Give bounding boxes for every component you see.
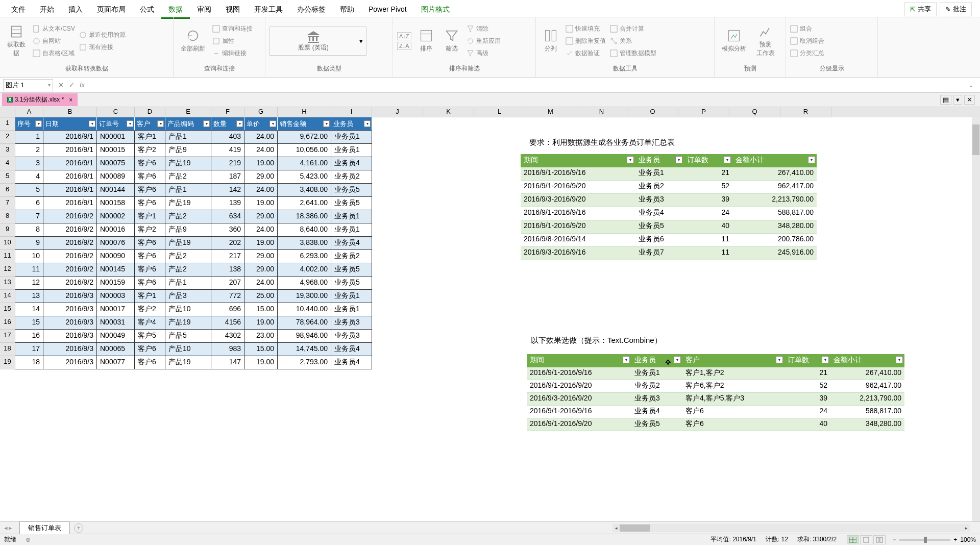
cell[interactable]: 29.00 <box>244 170 278 184</box>
cell[interactable]: 业务员1 <box>331 144 372 157</box>
refresh-all-button[interactable]: 全部刷新 <box>178 27 208 55</box>
cell[interactable]: 产品2 <box>165 250 211 263</box>
table-header[interactable]: 客户 <box>682 354 785 367</box>
whatif-button[interactable]: 模拟分析 <box>719 27 749 55</box>
filter-icon[interactable] <box>674 356 681 363</box>
name-box[interactable]: 图片 1▾ <box>3 79 53 91</box>
cell[interactable]: 2016/9/1-2016/9/16 <box>521 167 635 181</box>
cell[interactable]: 2016/9/1-2016/9/20 <box>527 418 631 431</box>
cell[interactable]: 187 <box>211 170 244 184</box>
table-row[interactable]: 62016/9/1N00158客户6产品1913919.002,641.00业务… <box>15 197 372 210</box>
table-header[interactable]: 金额小计 <box>830 354 904 367</box>
cell[interactable]: 业务员1 <box>635 167 684 181</box>
cell[interactable]: 2,213,790.00 <box>830 393 904 406</box>
cell[interactable]: 207 <box>211 277 244 290</box>
cell[interactable]: 21 <box>684 167 732 181</box>
ungroup-button[interactable]: 取消组合 <box>790 36 824 46</box>
table-row[interactable]: 2016/9/1-2016/9/20业务员540348,280.00 <box>521 220 817 234</box>
cell[interactable]: 2016/9/3-2016/9/20 <box>521 194 635 207</box>
cell[interactable]: 2016/9/3 <box>43 290 97 303</box>
cell[interactable]: 业务员3 <box>631 393 682 406</box>
table-header[interactable]: 客户 <box>135 117 165 131</box>
tab-review[interactable]: 审阅 <box>190 2 218 17</box>
consolidate-button[interactable]: 合并计算 <box>610 23 656 34</box>
filter-icon[interactable] <box>623 356 630 363</box>
cell[interactable]: 2016/9/1-2016/9/20 <box>527 380 631 393</box>
vertical-scrollbar[interactable] <box>972 117 980 521</box>
cell[interactable]: 2016/9/1-2016/9/16 <box>527 367 631 380</box>
col-header[interactable]: Q <box>729 107 780 117</box>
cell[interactable]: 19.00 <box>244 157 278 170</box>
cell[interactable]: 29.00 <box>244 210 278 223</box>
cell[interactable]: 4 <box>15 170 43 184</box>
cell[interactable]: N00089 <box>97 170 135 184</box>
cell[interactable]: 产品1 <box>165 277 211 290</box>
cell[interactable]: 产品2 <box>165 170 211 184</box>
cell[interactable]: N00144 <box>97 184 135 197</box>
cell[interactable]: 419 <box>211 144 244 157</box>
cell[interactable]: 78,964.00 <box>278 316 331 330</box>
cell[interactable]: 11 <box>684 247 732 260</box>
cell[interactable]: 52 <box>785 380 830 393</box>
cell[interactable]: N00015 <box>97 144 135 157</box>
cell[interactable]: 403 <box>211 131 244 144</box>
table-header[interactable]: 单价 <box>244 117 278 131</box>
cell[interactable]: 客户1,客户2 <box>682 367 785 380</box>
workbook-tab[interactable]: X 3.1分组依据.xlsx * × <box>2 93 78 106</box>
cell[interactable]: 13 <box>15 290 43 303</box>
col-header[interactable]: A <box>15 107 43 117</box>
col-header[interactable]: K <box>423 107 474 117</box>
cell[interactable]: 25.00 <box>244 290 278 303</box>
cell[interactable]: N00016 <box>97 223 135 237</box>
cell[interactable]: 24 <box>684 207 732 220</box>
row-header[interactable]: 18 <box>0 343 15 356</box>
cell[interactable]: 客户6 <box>682 418 785 431</box>
props-button[interactable]: 属性 <box>212 36 253 46</box>
cell[interactable]: 客户1 <box>135 131 165 144</box>
tab-insert[interactable]: 插入 <box>61 2 90 17</box>
table-row[interactable]: 2016/9/1-2016/9/16业务员424588,817.00 <box>521 207 817 220</box>
cell[interactable]: 24.00 <box>244 131 278 144</box>
cell[interactable]: 2016/9/2 <box>43 210 97 223</box>
row-header[interactable]: 1 <box>0 117 15 131</box>
table-row[interactable]: 82016/9/2N00016客户2产品936024.008,640.00业务员… <box>15 223 372 237</box>
cell[interactable]: 产品2 <box>165 263 211 277</box>
col-header[interactable]: E <box>165 107 211 117</box>
cell[interactable]: 2016/9/1-2016/9/20 <box>521 220 635 234</box>
cell[interactable]: 业务员2 <box>331 170 372 184</box>
table-row[interactable]: 12016/9/1N00001客户1产品140324.009,672.00业务员… <box>15 131 372 144</box>
cell[interactable]: 11 <box>15 263 43 277</box>
cell[interactable]: 4,161.00 <box>278 157 331 170</box>
cell[interactable]: 962,417.00 <box>732 181 817 194</box>
validation-button[interactable]: 数据验证 <box>566 48 606 59</box>
cell[interactable]: N00159 <box>97 277 135 290</box>
cell[interactable]: 客户4,客户5,客户3 <box>682 393 785 406</box>
cell[interactable]: 2016/9/1 <box>43 170 97 184</box>
table-row[interactable]: 132016/9/3N00003客户1产品377225.0019,300.00业… <box>15 290 372 303</box>
cell[interactable]: 2016/9/2 <box>43 277 97 290</box>
table-row[interactable]: 22016/9/1N00015客户2产品941924.0010,056.00业务… <box>15 144 372 157</box>
tab-dev[interactable]: 开发工具 <box>247 2 290 17</box>
cell[interactable]: 772 <box>211 290 244 303</box>
col-header[interactable]: P <box>678 107 729 117</box>
table-row[interactable]: 72016/9/2N00002客户1产品263429.0018,386.00业务… <box>15 210 372 223</box>
zoom-slider[interactable] <box>899 539 950 541</box>
cell[interactable]: 12 <box>15 277 43 290</box>
cell[interactable]: 10,056.00 <box>278 144 331 157</box>
cell[interactable]: 业务员5 <box>331 184 372 197</box>
table-header[interactable]: 业务员 <box>635 154 684 167</box>
scroll-right-icon[interactable]: ▸ <box>963 524 970 532</box>
table-row[interactable]: 32016/9/1N00075客户6产品1921919.004,161.00业务… <box>15 157 372 170</box>
cell[interactable]: 业务员2 <box>635 181 684 194</box>
cell[interactable]: 客户6 <box>135 277 165 290</box>
cell[interactable]: 2016/9/2 <box>43 263 97 277</box>
col-header[interactable]: I <box>331 107 372 117</box>
cell[interactable]: 业务员2 <box>331 250 372 263</box>
dropdown-icon[interactable]: ▾ <box>953 95 962 105</box>
flash-fill-button[interactable]: 快速填充 <box>566 23 606 34</box>
filter-icon[interactable] <box>776 356 783 363</box>
cell[interactable]: 2016/9/2 <box>43 250 97 263</box>
cell[interactable]: 客户5 <box>135 330 165 343</box>
relations-button[interactable]: 关系 <box>610 36 656 46</box>
row-header[interactable]: 2 <box>0 131 15 144</box>
